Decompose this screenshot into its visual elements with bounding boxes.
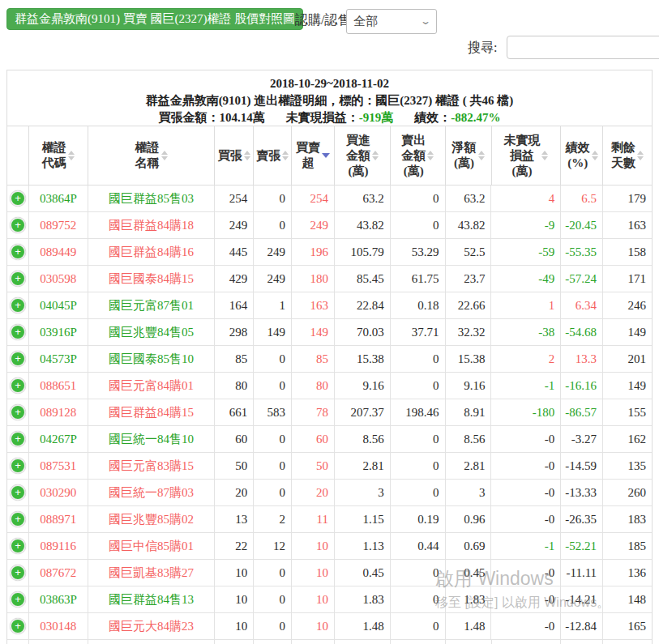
sell-amount: 0 [391, 586, 446, 612]
unrealized-pl: -9 [491, 212, 561, 238]
buy-amount: 22.84 [335, 292, 391, 318]
expand-row-button[interactable]: + [10, 431, 26, 447]
call-put-selected-value: 全部 [353, 11, 378, 32]
column-header-net-amt[interactable]: 淨額 (萬) [446, 126, 492, 185]
column-header-days[interactable]: 剩餘 天數 [603, 126, 652, 185]
net-lots: 163 [292, 292, 335, 318]
column-header-pl[interactable]: 未實現 損益 (萬) [492, 126, 562, 185]
sell-amount: 0 [391, 480, 446, 505]
net-lots: 60 [292, 426, 335, 452]
net-lots: 10 [292, 613, 335, 639]
sell-amount: 0.44 [391, 533, 446, 559]
warrant-name: 國巨群益84購15 [88, 399, 216, 425]
summary-subtitle: 群益金鼎敦南(9101) 進出權證明細，標的：國巨(2327) 權證 ( 共46… [7, 92, 652, 109]
column-header-sell-amt[interactable]: 賣出 金額 (萬) [391, 126, 446, 185]
column-header-net-vol[interactable]: 買賣 超 [292, 126, 335, 185]
buy-amount: 0.45 [335, 560, 391, 586]
warrant-code: 03916P [29, 319, 88, 345]
warrant-code: 030598 [29, 266, 88, 292]
column-header-buy-amt[interactable]: 買進 金額 (萬) [335, 126, 391, 185]
column-header-perf[interactable]: 績效 (%) [561, 126, 603, 185]
buy-lots: 10 [215, 560, 254, 586]
warrant-name: 國巨元大84購23 [88, 613, 216, 639]
warrant-name: 國巨國泰84購15 [88, 266, 216, 292]
sell-amount: 0 [391, 560, 446, 586]
net-lots: 149 [292, 319, 335, 345]
column-header-label: 淨額 (萬) [452, 140, 477, 171]
expand-row-button[interactable]: + [10, 324, 26, 340]
buy-lots: 60 [215, 426, 254, 452]
price-compare-chart-button[interactable]: 群益金鼎敦南(9101) 買賣 國巨(2327)權證 股價對照圖 [6, 8, 303, 30]
performance: -11.11 [561, 560, 603, 586]
table-summary: 2018-10-29~2018-11-02 群益金鼎敦南(9101) 進出權證明… [7, 70, 652, 126]
net-lots: 78 [292, 399, 335, 425]
sell-amount: 0 [391, 212, 446, 238]
expand-row-button[interactable]: + [10, 591, 26, 608]
expand-row-button[interactable]: + [10, 351, 26, 367]
net-amount: 3 [446, 480, 492, 505]
net-amount: 8.91 [446, 399, 492, 425]
expand-row-button[interactable]: + [10, 217, 26, 233]
warrant-code: 04267P [29, 426, 88, 452]
expand-row-button[interactable]: + [10, 511, 26, 527]
warrant-code: 088651 [29, 373, 88, 399]
column-header-label: 買張 [218, 148, 242, 164]
buy-lots: 445 [215, 239, 254, 265]
expand-row-button[interactable]: + [10, 565, 26, 581]
warrant-name: 國巨群益84購16 [88, 239, 216, 265]
expand-row-button[interactable]: + [10, 297, 26, 313]
expand-row-button[interactable]: + [10, 458, 26, 474]
expand-cell: + [7, 613, 29, 639]
empty-cell [7, 640, 29, 644]
buy-amount: 3 [335, 480, 391, 505]
expand-row-button[interactable]: + [10, 244, 26, 260]
days-remaining: 163 [603, 212, 652, 238]
table-row: +03863P國巨群益84售13100101.8301.83-0-14.2114… [7, 586, 652, 613]
net-amount: 23.7 [446, 266, 492, 292]
table-row: +030148國巨元大84購23100101.4801.48-0-12.8416… [7, 613, 652, 640]
expand-row-button[interactable]: + [10, 404, 26, 420]
days-remaining: 149 [603, 373, 652, 399]
net-amount: 32.32 [446, 319, 492, 345]
expand-row-button[interactable]: + [10, 538, 26, 554]
warrant-code: 089752 [29, 212, 88, 238]
warrant-name: 國巨統一84售10 [88, 426, 216, 452]
expand-row-button[interactable]: + [10, 618, 26, 634]
column-header-label: 賣張 [256, 148, 280, 164]
empty-cell [292, 640, 335, 644]
expand-row-button[interactable]: + [10, 271, 26, 287]
chevron-down-icon: ⌄ [420, 11, 431, 32]
column-header-buy[interactable]: 買張 [215, 126, 254, 185]
call-put-select[interactable]: 全部 ⌄ [346, 9, 437, 34]
column-header-label: 剩餘 天數 [611, 140, 635, 171]
buy-lots: 10 [215, 613, 254, 639]
column-header-sell[interactable]: 賣張 [254, 126, 292, 185]
net-lots: 20 [292, 480, 335, 505]
column-header-code[interactable]: 權證 代碼 [29, 126, 88, 185]
warrant-code: 03864P [29, 186, 88, 211]
search-input[interactable] [507, 36, 659, 59]
table-row: +04267P國巨統一84售10600608.5608.56-0-3.27162 [7, 426, 652, 453]
expand-row-button[interactable]: + [10, 377, 26, 394]
sell-amount: 0 [391, 346, 446, 372]
expand-cell: + [7, 346, 29, 372]
net-lots: 80 [292, 373, 335, 399]
column-header-label: 權證 代碼 [42, 140, 66, 171]
expand-row-button[interactable]: + [10, 484, 26, 501]
buy-lots: 80 [215, 373, 254, 399]
performance: 13.3 [561, 346, 603, 372]
days-remaining: 171 [603, 266, 652, 292]
sell-lots: 149 [254, 319, 292, 345]
column-header-label: 買賣 超 [296, 140, 320, 171]
column-header-name[interactable]: 權證 名稱 [88, 126, 216, 185]
net-lots: 50 [292, 453, 335, 479]
days-remaining: 158 [603, 239, 652, 265]
performance: -86.57 [561, 399, 603, 425]
column-header-label: 績效 (%) [566, 140, 590, 171]
expand-cell: + [7, 533, 29, 559]
expand-cell: + [7, 292, 29, 318]
buy-amount: 207.37 [335, 399, 391, 425]
expand-row-button[interactable]: + [10, 190, 26, 207]
days-remaining: 155 [603, 399, 652, 425]
buy-lots: 254 [215, 186, 254, 211]
